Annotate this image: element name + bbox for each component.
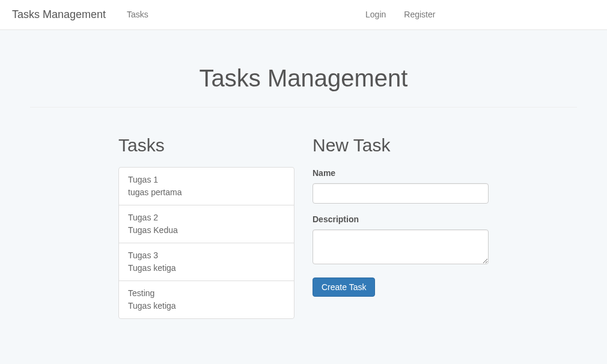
name-input[interactable]	[313, 183, 489, 204]
list-item[interactable]: Testing Tugas ketiga	[119, 281, 294, 318]
description-label: Description	[313, 213, 489, 226]
task-name: Testing	[128, 287, 285, 300]
new-task-column: New Task Name Description Create Task	[313, 132, 489, 319]
task-name: Tugas 3	[128, 249, 285, 262]
page-title: Tasks Management	[30, 60, 577, 96]
tasks-column: Tasks Tugas 1 tugas pertama Tugas 2 Tuga…	[118, 132, 294, 319]
nav-link-login[interactable]: Login	[356, 0, 395, 30]
list-item[interactable]: Tugas 3 Tugas ketiga	[119, 243, 294, 281]
navbar: Tasks Management Tasks Login Register	[0, 0, 607, 30]
page-header: Tasks Management	[30, 60, 577, 108]
nav-left: Tasks	[118, 0, 356, 29]
form-group-description: Description	[313, 213, 489, 268]
form-group-name: Name	[313, 167, 489, 204]
task-description: Tugas Kedua	[128, 224, 285, 237]
task-description: Tugas ketiga	[128, 262, 285, 275]
description-input[interactable]	[313, 229, 489, 264]
create-task-button[interactable]: Create Task	[313, 278, 375, 297]
list-item[interactable]: Tugas 2 Tugas Kedua	[119, 205, 294, 243]
content-row: Tasks Tugas 1 tugas pertama Tugas 2 Tuga…	[30, 132, 577, 319]
list-item[interactable]: Tugas 1 tugas pertama	[119, 168, 294, 205]
nav-right: Login Register	[356, 0, 595, 29]
nav-link-tasks[interactable]: Tasks	[118, 0, 157, 30]
tasks-list: Tugas 1 tugas pertama Tugas 2 Tugas Kedu…	[118, 167, 294, 319]
new-task-form: Name Description Create Task	[313, 167, 489, 297]
tasks-heading: Tasks	[118, 132, 294, 159]
task-description: Tugas ketiga	[128, 300, 285, 312]
task-name: Tugas 2	[128, 211, 285, 224]
new-task-heading: New Task	[313, 132, 489, 159]
navbar-brand[interactable]: Tasks Management	[12, 7, 106, 23]
task-description: tugas pertama	[128, 186, 285, 199]
name-label: Name	[313, 167, 489, 180]
nav-link-register[interactable]: Register	[395, 0, 444, 30]
main-container: Tasks Management Tasks Tugas 1 tugas per…	[21, 60, 586, 319]
task-name: Tugas 1	[128, 174, 285, 186]
